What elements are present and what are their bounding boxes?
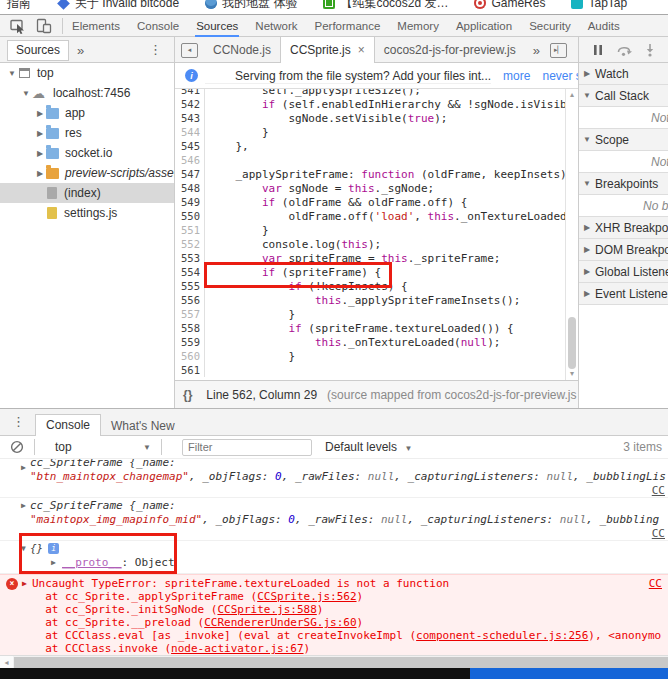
- editor-vertical-scrollbar[interactable]: ▴ ▾: [565, 89, 578, 380]
- editor-tab-cocos2d-js-for-preview-js[interactable]: cocos2d-js-for-preview.js: [375, 37, 525, 63]
- expand-triangle-icon[interactable]: ▶: [21, 463, 26, 472]
- tree-expander-icon[interactable]: ▼: [20, 89, 32, 98]
- expand-triangle-icon[interactable]: ▼: [21, 544, 26, 553]
- device-toolbar-icon[interactable]: [36, 18, 52, 34]
- section-expander-icon[interactable]: ▼: [579, 179, 595, 188]
- bookmark-item[interactable]: 我的地盘 体验: [205, 0, 297, 12]
- tree-expander-icon[interactable]: ▶: [34, 149, 46, 158]
- sidebar-section-xhr-breakpoints[interactable]: ▶XHR Breakpoints: [579, 217, 668, 239]
- source-link[interactable]: CC: [652, 484, 665, 497]
- stack-source-link[interactable]: component-scheduler.js:256: [416, 629, 588, 642]
- line-number[interactable]: 545: [175, 139, 205, 153]
- line-number[interactable]: 543: [175, 111, 205, 125]
- sidebar-section-global-listeners[interactable]: ▶Global Listeners: [579, 261, 668, 283]
- hide-navigator-icon[interactable]: ◂: [181, 43, 198, 58]
- code-viewport[interactable]: 541 self._applySpriteSize();542 if (self…: [175, 89, 565, 380]
- tree-item-settings-js[interactable]: settings.js: [0, 203, 174, 223]
- console-horizontal-scrollbar[interactable]: ◂: [0, 655, 668, 669]
- tree-expander-icon[interactable]: ▶: [34, 169, 46, 178]
- section-expander-icon[interactable]: ▼: [579, 91, 595, 100]
- line-number[interactable]: 560: [175, 349, 205, 363]
- line-number[interactable]: 550: [175, 209, 205, 223]
- line-number[interactable]: 541: [175, 89, 205, 97]
- panel-tab-console[interactable]: Console: [136, 15, 180, 37]
- drawer-tab-what-s-new[interactable]: What's New: [101, 416, 185, 436]
- line-number[interactable]: 559: [175, 335, 205, 349]
- panel-tab-network[interactable]: Network: [254, 15, 298, 37]
- sidebar-section-dom-breakpoints[interactable]: ▶DOM Breakpoints: [579, 239, 668, 261]
- inspect-element-icon[interactable]: [10, 18, 26, 34]
- bookmark-item[interactable]: 指南: [2, 0, 31, 12]
- tree-item-top[interactable]: ▼top: [0, 63, 174, 83]
- bookmark-item[interactable]: GameRes: [474, 0, 545, 10]
- proto-property[interactable]: __proto__: [62, 556, 122, 569]
- close-tab-icon[interactable]: ×: [358, 43, 365, 57]
- tree-item-app[interactable]: ▶app: [0, 103, 174, 123]
- source-link[interactable]: CC: [652, 527, 665, 540]
- sidebar-section-breakpoints[interactable]: ▼Breakpoints: [579, 173, 668, 195]
- section-expander-icon[interactable]: ▶: [579, 245, 595, 254]
- scroll-up-arrow-icon[interactable]: ▴: [566, 89, 578, 101]
- bookmark-item[interactable]: 【纯集cocos2d 发…: [323, 0, 448, 12]
- editor-tab-ccnode-js[interactable]: CCNode.js: [204, 37, 280, 63]
- infobar-never-show-link[interactable]: never show: [542, 69, 578, 83]
- tree-expander-icon[interactable]: ▼: [6, 69, 18, 78]
- tree-item-res[interactable]: ▶res: [0, 123, 174, 143]
- line-number[interactable]: 554: [175, 265, 205, 279]
- line-number[interactable]: 556: [175, 293, 205, 307]
- expand-triangle-icon[interactable]: ▶: [21, 501, 26, 510]
- panel-tab-performance[interactable]: Performance: [314, 15, 382, 37]
- drawer-tab-console[interactable]: Console: [35, 414, 101, 436]
- execution-context-selector[interactable]: top ▼: [55, 440, 151, 454]
- panel-tab-security[interactable]: Security: [528, 15, 572, 37]
- tree-expander-icon[interactable]: ▶: [34, 129, 46, 138]
- line-number[interactable]: 552: [175, 237, 205, 251]
- section-expander-icon[interactable]: ▶: [579, 223, 595, 232]
- step-over-icon[interactable]: [616, 43, 632, 57]
- line-number[interactable]: 551: [175, 223, 205, 237]
- line-number[interactable]: 555: [175, 279, 205, 293]
- line-number[interactable]: 549: [175, 195, 205, 209]
- console-hscroll-thumb[interactable]: [14, 657, 668, 668]
- editor-tabs-overflow-chevron[interactable]: »: [533, 43, 540, 58]
- section-expander-icon[interactable]: ▼: [579, 135, 595, 144]
- drawer-menu-icon[interactable]: ⋮: [12, 418, 25, 426]
- pause-script-icon[interactable]: [591, 43, 605, 57]
- line-number[interactable]: 558: [175, 321, 205, 335]
- expand-triangle-icon[interactable]: ▶: [22, 579, 27, 588]
- line-number[interactable]: 542: [175, 97, 205, 111]
- taskbar-active-app[interactable]: [470, 668, 668, 679]
- stack-source-link[interactable]: CCSprite.js:588: [217, 603, 316, 616]
- step-into-icon[interactable]: [644, 43, 656, 57]
- tree-item--index-[interactable]: (index): [0, 183, 174, 203]
- line-number[interactable]: 561: [175, 363, 205, 377]
- stack-source-link[interactable]: node-activator.js:67: [171, 642, 303, 655]
- navigator-overflow-chevron[interactable]: »: [77, 43, 84, 58]
- stack-source-link[interactable]: CCSprite.js:562: [257, 590, 356, 603]
- sidebar-section-scope[interactable]: ▼Scope: [579, 129, 668, 151]
- tree-item-socket-io[interactable]: ▶socket.io: [0, 143, 174, 163]
- line-number[interactable]: 547: [175, 167, 205, 181]
- expand-triangle-icon[interactable]: ▶: [51, 556, 56, 570]
- clear-console-icon[interactable]: [10, 440, 24, 454]
- navigator-menu-icon[interactable]: ⋮: [149, 46, 162, 54]
- sidebar-section-event-listener-breakpoints[interactable]: ▶Event Listener Breakpoints: [579, 283, 668, 305]
- vscroll-thumb[interactable]: [568, 317, 576, 369]
- editor-tab-ccsprite-js[interactable]: CCSprite.js×: [280, 37, 375, 63]
- pretty-print-icon[interactable]: {}: [183, 388, 192, 402]
- scroll-down-arrow-icon[interactable]: ▾: [566, 368, 578, 380]
- tab-sources-navigator[interactable]: Sources: [7, 40, 69, 61]
- source-link[interactable]: CC: [649, 577, 662, 590]
- line-number[interactable]: 553: [175, 251, 205, 265]
- infobar-more-link[interactable]: more: [503, 69, 530, 83]
- panel-tab-audits[interactable]: Audits: [587, 15, 621, 37]
- section-expander-icon[interactable]: ▶: [579, 69, 595, 78]
- panel-tab-sources[interactable]: Sources: [195, 15, 239, 37]
- tree-item-preview-scripts-assets[interactable]: ▶preview-scripts/assets: [0, 163, 174, 183]
- object-braces[interactable]: {}: [30, 542, 43, 555]
- line-number[interactable]: 544: [175, 125, 205, 139]
- bookmark-item[interactable]: TapTap: [571, 0, 627, 10]
- section-expander-icon[interactable]: ▶: [579, 267, 595, 276]
- stack-source-link[interactable]: CCRendererUnderSG.js:60: [204, 616, 356, 629]
- tree-item-localhost-7456[interactable]: ▼☁localhost:7456: [0, 83, 174, 103]
